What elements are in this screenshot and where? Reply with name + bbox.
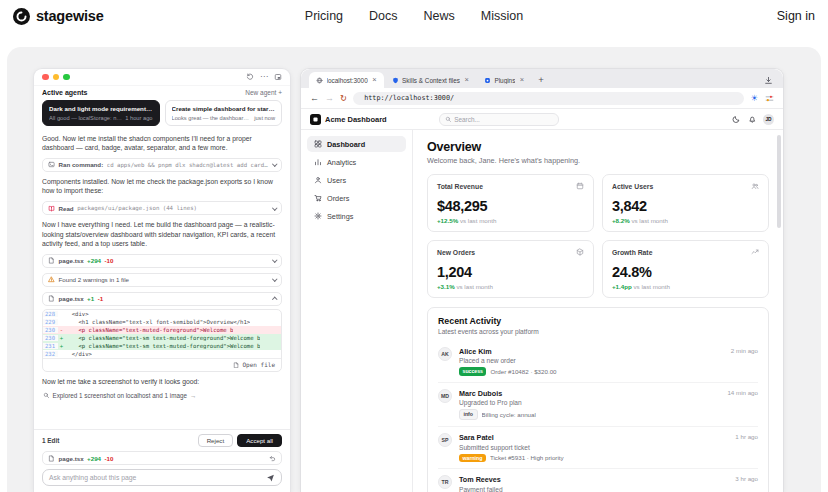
sidebar-item-users[interactable]: Users [307, 172, 406, 188]
status-badge: success [459, 367, 486, 376]
agent-card[interactable]: Create simple dashboard for starter proj… [165, 100, 283, 126]
activity-action: Payment failed [459, 486, 728, 492]
agent-cards: Dark and light mode requirements needed … [34, 97, 290, 131]
close-tab-icon[interactable]: × [520, 76, 524, 84]
users-icon [751, 182, 759, 190]
url-bar[interactable]: http://localhost:3000/ [353, 92, 744, 105]
agents-header: Active agents New agent + [34, 86, 290, 97]
sidebar-item-dashboard[interactable]: Dashboard [307, 136, 406, 152]
maximize-window-icon[interactable] [63, 74, 70, 81]
agent-message: Now I have everything I need. Let me bui… [42, 220, 282, 249]
reject-button[interactable]: Reject [198, 434, 234, 447]
new-agent-button[interactable]: New agent + [245, 89, 282, 96]
file-diff-chip[interactable]: page.tsx+294-10 [42, 451, 282, 465]
browser-tab[interactable]: localhost:3000× [309, 72, 384, 88]
agent-card-subtitle: All good — localStorage: null, co... [49, 115, 122, 121]
user-avatar[interactable]: JD [763, 114, 774, 125]
open-file-link[interactable]: Open file [43, 358, 281, 371]
revert-icon[interactable] [269, 455, 276, 462]
brand[interactable]: stagewise [13, 8, 104, 25]
scrollbar[interactable] [777, 135, 781, 228]
sidebar-item-settings[interactable]: Settings [307, 208, 406, 224]
chat-input-placeholder: Ask anything about this page [49, 474, 262, 481]
nav-link-mission[interactable]: Mission [481, 9, 523, 23]
gear-icon [314, 212, 322, 220]
activity-name: Sara Patel [459, 433, 728, 442]
chat-input[interactable]: Ask anything about this page [42, 469, 282, 486]
tool-detail: packages/ui/package.json (44 lines) [77, 205, 269, 211]
nav-link-news[interactable]: News [424, 9, 455, 23]
calendar-icon [576, 182, 584, 190]
send-icon[interactable] [266, 473, 275, 482]
file-icon [48, 295, 55, 302]
avatar: AK [438, 347, 452, 361]
kpi-delta: +12.5% vs last month [437, 217, 584, 224]
app-name: Acme Dashboard [325, 115, 387, 124]
toolbar-settings-icon[interactable] [765, 94, 774, 103]
activity-title: Recent Activity [438, 316, 758, 326]
agent-card-title: Create simple dashboard for starter proj… [172, 105, 276, 112]
explored-link[interactable]: Explored 1 screenshot on localhost and 1… [42, 392, 282, 399]
arrow-right-icon: → [190, 392, 196, 399]
line-number: 228 [43, 311, 58, 317]
pip-window-icon[interactable] [274, 73, 282, 81]
nav-link-pricing[interactable]: Pricing [305, 9, 343, 23]
search-placeholder: Search... [454, 116, 480, 123]
avatar: MD [438, 389, 452, 403]
kpi-label: Growth Rate [612, 249, 652, 256]
tool-detail: cd apps/web && pnpm dlx shadcn@latest ad… [107, 162, 269, 168]
tool-call-row[interactable]: Readpackages/ui/package.json (44 lines) [42, 201, 282, 215]
line-number: 231 [43, 343, 58, 349]
new-tab-button[interactable]: + [532, 75, 550, 85]
dark-mode-toggle-icon[interactable] [732, 115, 741, 124]
sidebar-item-label: Dashboard [327, 140, 365, 149]
diff-line: 230- <p className="text-muted-foreground… [43, 326, 281, 334]
file-diff-chip[interactable]: page.tsx+294-10 [42, 254, 282, 268]
close-tab-icon[interactable]: × [372, 76, 376, 84]
close-window-icon[interactable] [42, 74, 49, 81]
box-icon [576, 248, 584, 256]
diff-line: 232 </div> [43, 350, 281, 358]
sidebar-item-analytics[interactable]: Analytics [307, 154, 406, 170]
tool-call-row[interactable]: Ran command:cd apps/web && pnpm dlx shad… [42, 158, 282, 172]
file-icon [48, 455, 55, 462]
browser-tabbar: localhost:3000×Skills & Context files×Pl… [301, 69, 783, 88]
more-menu-icon[interactable]: ⋯ [260, 73, 268, 81]
browser-window: localhost:3000×Skills & Context files×Pl… [300, 68, 784, 492]
browser-tab[interactable]: Skills & Context files× [385, 72, 476, 88]
sign-in-link[interactable]: Sign in [777, 9, 815, 23]
back-icon[interactable]: ← [310, 94, 319, 103]
app-body: DashboardAnalyticsUsersOrdersSettings Ov… [301, 130, 783, 492]
kpi-value: 1,204 [437, 264, 584, 280]
theme-brightness-icon[interactable]: ☀ [750, 94, 758, 103]
activity-action: Submitted support ticket [459, 444, 728, 451]
agent-message: Good. Now let me install the shadcn comp… [42, 134, 282, 153]
activity-name: Tom Reeves [459, 475, 728, 484]
acme-logo-icon [310, 114, 321, 125]
search-input[interactable]: Search... [439, 113, 559, 126]
sidebar-item-orders[interactable]: Orders [307, 190, 406, 206]
kpi-card: New Orders 1,204 +3.1% vs last month [427, 240, 594, 298]
agent-card-subtitle: Looks great — the dashboard is fu... [172, 115, 252, 121]
chat-titlebar: ⋯ [34, 69, 290, 86]
minimize-window-icon[interactable] [53, 74, 60, 81]
history-icon[interactable] [246, 73, 254, 81]
line-number: 230 [43, 335, 58, 341]
notifications-bell-icon[interactable] [748, 115, 757, 124]
agent-card[interactable]: Dark and light mode requirements needed … [42, 100, 160, 126]
read-icon [48, 205, 55, 212]
reload-icon[interactable]: ↻ [340, 94, 347, 103]
browser-tab[interactable]: Plugins× [477, 72, 531, 88]
download-icon[interactable] [764, 76, 773, 85]
kpi-label: New Orders [437, 249, 475, 256]
activity-detail: Order #10482 · $320.00 [490, 368, 556, 375]
search-icon [445, 116, 452, 123]
warnings-row[interactable]: Found 2 warnings in 1 file [42, 273, 282, 287]
app-topbar: Acme Dashboard Search... JD [301, 109, 783, 130]
forward-icon[interactable]: → [325, 94, 334, 103]
file-diff-chip[interactable]: page.tsx+1-1 [42, 292, 282, 306]
nav-link-docs[interactable]: Docs [369, 9, 397, 23]
activity-name: Marc Dubois [459, 389, 720, 398]
close-tab-icon[interactable]: × [465, 76, 469, 84]
accept-all-button[interactable]: Accept all [237, 434, 282, 447]
